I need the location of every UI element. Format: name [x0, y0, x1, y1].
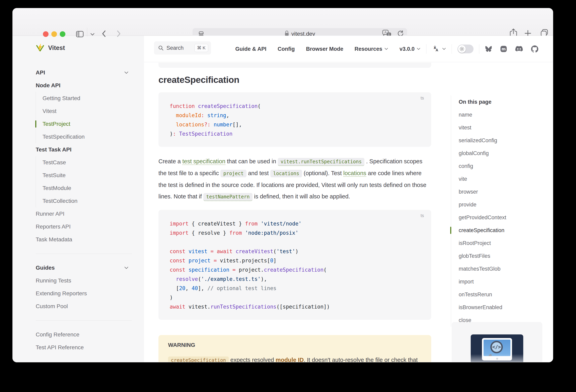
- sidebar-section-api[interactable]: API: [36, 66, 132, 79]
- link-test-specification[interactable]: test specification: [182, 158, 225, 165]
- doc-article: createSpecification ts function createSp…: [158, 62, 431, 362]
- site-header: Search ⌘ K Guide & API Config Browser Mo…: [144, 36, 553, 62]
- nav-resources[interactable]: Resources: [355, 46, 388, 52]
- chevron-down-icon: [124, 266, 129, 270]
- sponsor-card[interactable]: </>: [452, 322, 542, 362]
- toc-item-browser[interactable]: browser: [459, 185, 551, 198]
- sidebar-item-testcollection[interactable]: TestCollection: [36, 195, 132, 208]
- toc-item-serializedconfig[interactable]: serializedConfig: [459, 134, 551, 147]
- svg-text:文: 文: [388, 33, 390, 36]
- description-paragraph: Create a test specification that can be …: [158, 156, 431, 203]
- code-lang-badge: ts: [421, 95, 424, 101]
- code-content: import { createVitest } from 'vitest/nod…: [170, 219, 423, 311]
- language-menu[interactable]: x̄A: [432, 45, 446, 53]
- sidebar-item-testmodule[interactable]: TestModule: [36, 182, 132, 195]
- toc-item-provide[interactable]: provide: [459, 198, 551, 211]
- site-title: Vitest: [48, 44, 65, 52]
- on-this-page-aside: On this page name vitest serializedConfi…: [451, 62, 551, 327]
- svg-text:A: A: [436, 48, 438, 52]
- sidebar-item-config-reference[interactable]: Config Reference: [36, 328, 132, 341]
- theme-toggle[interactable]: [458, 45, 474, 53]
- sidebar-item-getting-started[interactable]: Getting Started: [36, 92, 132, 105]
- sidebar-item-test-api-reference[interactable]: Test API Reference: [36, 341, 132, 354]
- toc-item-config[interactable]: config: [459, 160, 551, 173]
- toc-item-ontestsrerun[interactable]: onTestsRerun: [459, 288, 551, 301]
- sidebar-item-vitest[interactable]: Vitest: [36, 105, 132, 118]
- sidebar-section-guides[interactable]: Guides: [36, 261, 132, 274]
- bluesky-icon[interactable]: [485, 46, 492, 52]
- link-module-id[interactable]: module ID: [276, 357, 304, 362]
- code-block-example[interactable]: ts import { createVitest } from 'vitest/…: [158, 210, 431, 320]
- sidebar-group-node-api[interactable]: Node API: [36, 79, 132, 92]
- sidebar-group-test-task-api[interactable]: Test Task API: [36, 143, 132, 156]
- sidebar-item-testproject[interactable]: TestProject: [36, 118, 132, 130]
- svg-text:m: m: [502, 47, 506, 51]
- sidebar-item-custom-pool[interactable]: Custom Pool: [36, 300, 132, 313]
- sidebar-item-testsuite[interactable]: TestSuite: [36, 169, 132, 182]
- warning-title: WARNING: [168, 342, 422, 348]
- toc-item-isrootproject[interactable]: isRootProject: [459, 237, 551, 250]
- nav-browser-mode[interactable]: Browser Mode: [306, 46, 343, 52]
- search-icon: [158, 45, 164, 51]
- toc-item-vite[interactable]: vite: [459, 173, 551, 185]
- svg-text:A: A: [384, 31, 387, 34]
- sidebar-item-extending-reporters[interactable]: Extending Reporters: [36, 287, 132, 300]
- sun-icon: [460, 47, 464, 51]
- previous-code-block-partial: [158, 62, 431, 68]
- toc-item-createspecification[interactable]: createSpecification: [459, 224, 551, 237]
- nav-version[interactable]: v3.0.0: [400, 46, 421, 52]
- search-placeholder: Search: [167, 45, 192, 51]
- search-input[interactable]: Search ⌘ K: [154, 41, 211, 55]
- traffic-lights[interactable]: [43, 31, 65, 37]
- chevron-down-icon: [417, 48, 421, 50]
- close-window-button[interactable]: [43, 31, 49, 37]
- link-testnamepattern[interactable]: testNamePattern: [203, 193, 253, 201]
- back-button[interactable]: [101, 29, 108, 39]
- toc-item-vitest[interactable]: vitest: [459, 121, 551, 134]
- chevron-down-icon: [384, 48, 388, 50]
- mastodon-icon[interactable]: m: [500, 45, 507, 53]
- forward-button[interactable]: [115, 29, 122, 39]
- warning-callout: WARNING createSpecification expects reso…: [158, 335, 431, 362]
- toc-item-globalconfig[interactable]: globalConfig: [459, 147, 551, 160]
- sidebar-toggle-icon[interactable]: [76, 30, 84, 38]
- toc-item-name[interactable]: name: [459, 108, 551, 121]
- chevron-down-icon: [124, 71, 129, 74]
- toc-item-globtestfiles[interactable]: globTestFiles: [459, 250, 551, 262]
- browser-toolbar: vitest.dev A文: [12, 8, 553, 36]
- inline-code-project: project: [220, 170, 246, 177]
- divider: [452, 44, 452, 54]
- vitest-logo-icon: [36, 44, 45, 52]
- translate-icon: x̄A: [432, 45, 440, 53]
- link-locations[interactable]: locations: [343, 170, 366, 177]
- toc-item-import[interactable]: import: [459, 275, 551, 288]
- github-icon[interactable]: [531, 45, 538, 53]
- inline-code-locations: locations: [270, 170, 302, 177]
- code-lang-badge: ts: [421, 213, 424, 218]
- sidebar-item-task-metadata[interactable]: Task Metadata: [36, 233, 132, 246]
- toc-item-getprovidedcontext[interactable]: getProvidedContext: [459, 211, 551, 224]
- minimize-window-button[interactable]: [51, 31, 57, 37]
- sidebar-item-testspecification[interactable]: TestSpecification: [36, 130, 132, 143]
- sidebar-item-runner-api[interactable]: Runner API: [36, 208, 132, 220]
- divider: [36, 254, 132, 254]
- search-shortcut: ⌘ K: [194, 44, 208, 52]
- link-runtestspecifications[interactable]: vitest.runTestSpecifications: [278, 158, 365, 166]
- zoom-window-button[interactable]: [60, 31, 65, 37]
- chevron-down-icon: [442, 48, 446, 50]
- warning-text: createSpecification expects resolved mod…: [168, 354, 422, 362]
- page-title: createSpecification: [158, 75, 431, 85]
- divider: [479, 44, 479, 54]
- toc-item-isbrowserenabled[interactable]: isBrowserEnabled: [459, 301, 551, 314]
- code-block-signature[interactable]: ts function createSpecification( moduleI…: [158, 92, 431, 147]
- toc-item-matchestestglob[interactable]: matchesTestGlob: [459, 262, 551, 275]
- nav-guide-api[interactable]: Guide & API: [235, 46, 266, 52]
- browser-window: vitest.dev A文 Vitest: [12, 8, 553, 362]
- sidebar-item-reporters-api[interactable]: Reporters API: [36, 220, 132, 233]
- sidebar-item-testcase[interactable]: TestCase: [36, 156, 132, 169]
- sidebar-item-running-tests[interactable]: Running Tests: [36, 274, 132, 287]
- chevron-down-icon[interactable]: [90, 32, 95, 37]
- nav-config[interactable]: Config: [278, 46, 295, 52]
- discord-icon[interactable]: [515, 46, 523, 52]
- divider: [36, 320, 132, 321]
